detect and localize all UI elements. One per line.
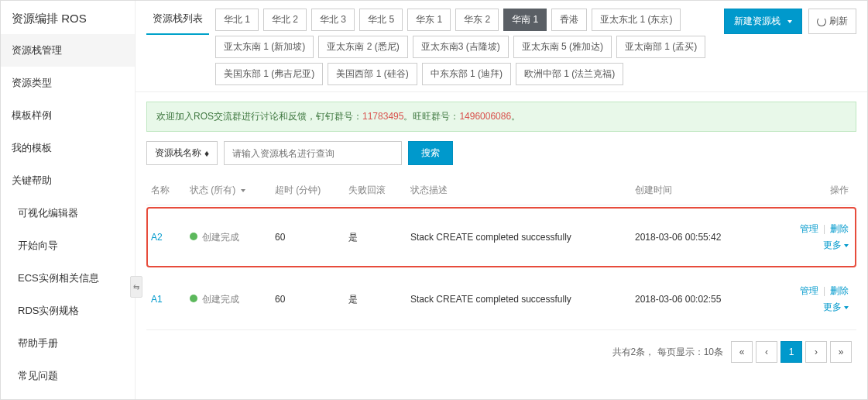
col-desc: 状态描述 xyxy=(410,184,635,197)
stack-name-link[interactable]: A2 xyxy=(151,232,163,243)
pagination: 共有2条， 每页显示：10条 « ‹ 1 › » xyxy=(146,330,856,374)
cell-rollback: 是 xyxy=(348,231,410,244)
delete-link[interactable]: 删除 xyxy=(830,223,849,234)
sidebar-subnav: 可视化编辑器开始向导ECS实例相关信息RDS实例规格帮助手册常见问题 xyxy=(1,197,135,392)
region-tab[interactable]: 美国东部 1 (弗吉尼亚) xyxy=(215,63,323,85)
sidebar-subitem[interactable]: 帮助手册 xyxy=(1,327,135,360)
region-selector: 华北 1华北 2华北 3华北 5华东 1华东 2华南 1香港亚太东北 1 (东京… xyxy=(215,9,718,91)
more-link[interactable]: 更多 xyxy=(767,239,849,252)
pager-next[interactable]: › xyxy=(805,341,827,363)
sidebar-subitem[interactable]: ECS实例相关信息 xyxy=(1,262,135,295)
cell-desc: Stack CREATE completed successfully xyxy=(410,232,635,243)
sidebar-item[interactable]: 模板样例 xyxy=(1,99,135,132)
sidebar-subitem[interactable]: RDS实例规格 xyxy=(1,295,135,327)
region-tab[interactable]: 美国西部 1 (硅谷) xyxy=(328,63,417,85)
col-status-filter[interactable]: 状态 (所有) xyxy=(190,184,275,197)
pager-page-1[interactable]: 1 xyxy=(781,341,802,363)
table-row: A1创建完成60是Stack CREATE completed successf… xyxy=(146,269,856,330)
product-title: 资源编排 ROS xyxy=(1,1,135,34)
region-tab[interactable]: 欧洲中部 1 (法兰克福) xyxy=(516,63,623,85)
info-banner: 欢迎加入ROS交流群进行讨论和反馈，钉钉群号：11783495。旺旺群号：149… xyxy=(146,102,856,132)
sidebar-toggle[interactable]: ⇆ xyxy=(130,276,142,298)
create-stack-button[interactable]: 新建资源栈 xyxy=(724,9,802,34)
cell-time: 2018-03-06 00:02:55 xyxy=(635,294,767,305)
refresh-icon xyxy=(817,17,826,26)
stack-name-link[interactable]: A1 xyxy=(151,294,163,305)
col-timeout: 超时 (分钟) xyxy=(275,184,348,197)
sidebar-subitem[interactable]: 常见问题 xyxy=(1,360,135,392)
table-row: A2创建完成60是Stack CREATE completed successf… xyxy=(146,207,856,267)
col-ops: 操作 xyxy=(767,184,852,197)
col-rollback: 失败回滚 xyxy=(348,184,410,197)
region-tab[interactable]: 华东 2 xyxy=(455,9,499,31)
table-header: 名称 状态 (所有) 超时 (分钟) 失败回滚 状态描述 创建时间 操作 xyxy=(146,176,856,205)
region-tab[interactable]: 亚太东南 1 (新加坡) xyxy=(215,36,314,58)
main-panel: 资源栈列表 华北 1华北 2华北 3华北 5华东 1华东 2华南 1香港亚太东北… xyxy=(136,1,867,399)
cell-timeout: 60 xyxy=(275,232,348,243)
sidebar: 资源编排 ROS 资源栈管理资源类型模板样例我的模板关键帮助 可视化编辑器开始向… xyxy=(1,1,136,399)
status-dot-icon xyxy=(190,233,197,240)
region-tab[interactable]: 华东 1 xyxy=(407,9,451,31)
region-tab[interactable]: 亚太东南 2 (悉尼) xyxy=(318,36,407,58)
chevron-down-icon xyxy=(241,189,245,192)
sidebar-subitem[interactable]: 可视化编辑器 xyxy=(1,197,135,229)
chevron-down-icon xyxy=(844,244,849,247)
search-bar: 资源栈名称 ♦ 搜索 xyxy=(146,141,856,165)
sidebar-item[interactable]: 资源栈管理 xyxy=(1,34,135,67)
refresh-button[interactable]: 刷新 xyxy=(808,9,856,34)
region-tab[interactable]: 亚太东北 1 (东京) xyxy=(592,9,681,31)
pager-last[interactable]: » xyxy=(830,341,852,363)
col-time: 创建时间 xyxy=(635,184,767,197)
region-tab[interactable]: 香港 xyxy=(551,9,587,31)
col-name: 名称 xyxy=(151,184,190,197)
cell-time: 2018-03-06 00:55:42 xyxy=(635,232,767,243)
pager-prev[interactable]: ‹ xyxy=(756,341,777,363)
search-input[interactable] xyxy=(224,141,402,165)
content-area: 欢迎加入ROS交流群进行讨论和反馈，钉钉群号：11783495。旺旺群号：149… xyxy=(136,92,867,399)
sidebar-item[interactable]: 我的模板 xyxy=(1,132,135,164)
delete-link[interactable]: 删除 xyxy=(830,285,849,296)
pager-first[interactable]: « xyxy=(731,341,753,363)
sidebar-item[interactable]: 资源类型 xyxy=(1,67,135,99)
region-tab[interactable]: 华北 5 xyxy=(359,9,403,31)
status-text: 创建完成 xyxy=(202,294,239,305)
sidebar-subitem[interactable]: 开始向导 xyxy=(1,229,135,262)
cell-rollback: 是 xyxy=(348,293,410,306)
chevron-down-icon: ♦ xyxy=(204,148,209,159)
more-link[interactable]: 更多 xyxy=(767,301,849,314)
sidebar-nav: 资源栈管理资源类型模板样例我的模板关键帮助 xyxy=(1,34,135,197)
region-tab[interactable]: 华北 3 xyxy=(311,9,355,31)
search-button[interactable]: 搜索 xyxy=(408,141,453,165)
sidebar-item[interactable]: 关键帮助 xyxy=(1,164,135,197)
region-tab[interactable]: 华北 1 xyxy=(215,9,259,31)
region-tab[interactable]: 中东东部 1 (迪拜) xyxy=(422,63,511,85)
search-field-select[interactable]: 资源栈名称 ♦ xyxy=(146,141,218,165)
manage-link[interactable]: 管理 xyxy=(800,285,818,296)
header: 资源栈列表 华北 1华北 2华北 3华北 5华东 1华东 2华南 1香港亚太东北… xyxy=(136,1,867,92)
manage-link[interactable]: 管理 xyxy=(800,223,818,234)
cell-timeout: 60 xyxy=(275,294,348,305)
region-tab[interactable]: 华北 2 xyxy=(263,9,307,31)
chevron-down-icon xyxy=(844,306,849,309)
status-text: 创建完成 xyxy=(202,232,239,243)
cell-desc: Stack CREATE completed successfully xyxy=(410,294,635,305)
region-tab[interactable]: 华南 1 xyxy=(503,9,547,31)
region-tab[interactable]: 亚太南部 1 (孟买) xyxy=(616,36,705,58)
region-tab[interactable]: 亚太东南 5 (雅加达) xyxy=(513,36,612,58)
chevron-down-icon xyxy=(787,20,792,23)
region-tab[interactable]: 亚太东南3 (吉隆坡) xyxy=(413,36,509,58)
tab-stack-list[interactable]: 资源栈列表 xyxy=(146,9,209,35)
status-dot-icon xyxy=(190,295,197,302)
